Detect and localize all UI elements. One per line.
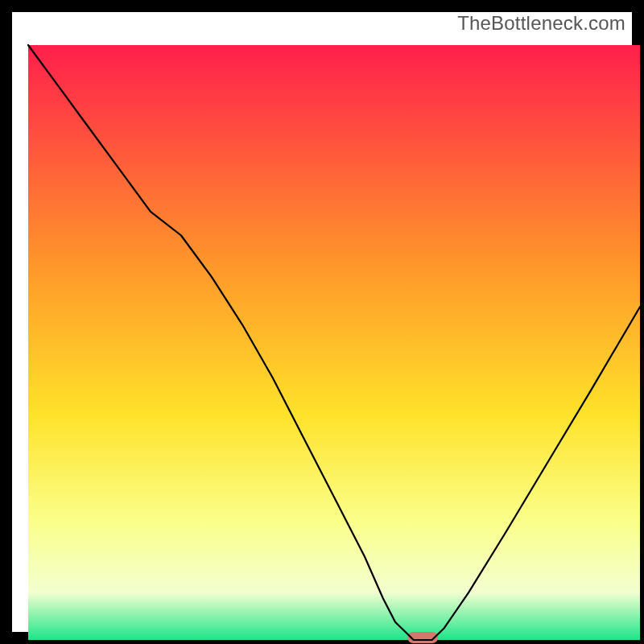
chart-svg — [24, 24, 644, 644]
chart-frame: TheBottleneck.com — [12, 12, 632, 632]
plot-area — [24, 24, 644, 644]
chart-background — [28, 45, 640, 640]
